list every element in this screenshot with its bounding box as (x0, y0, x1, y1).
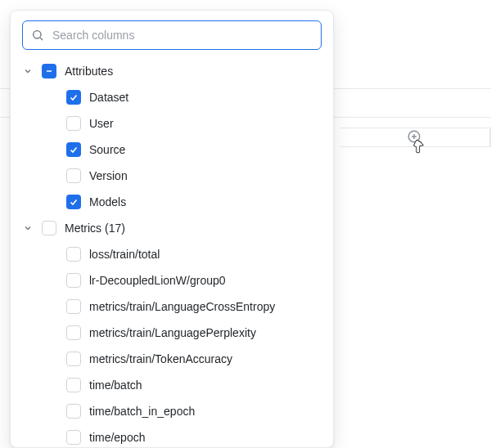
item-metric[interactable]: time/batch (42, 372, 322, 398)
item-label: loss/train/total (89, 248, 160, 261)
item-label: metrics/train/LanguagePerplexity (89, 326, 256, 339)
chevron-down-icon (22, 222, 34, 234)
group-attributes[interactable]: Attributes (22, 58, 322, 84)
add-column-button[interactable] (407, 129, 421, 144)
item-label: metrics/train/TokenAccuracy (89, 352, 232, 365)
group-label: Attributes (65, 65, 113, 78)
item-label: lr-DecoupledLionW/group0 (89, 274, 226, 287)
checkbox-unchecked[interactable] (42, 221, 56, 235)
item-metric[interactable]: time/batch_in_epoch (42, 398, 322, 424)
checkbox-unchecked[interactable] (66, 430, 81, 445)
checkbox-unchecked[interactable] (66, 404, 81, 419)
item-label: time/batch_in_epoch (89, 405, 195, 418)
item-version[interactable]: Version (42, 163, 322, 189)
item-metric[interactable]: metrics/train/LanguagePerplexity (42, 320, 322, 346)
group-label: Metrics (17) (65, 222, 125, 235)
attributes-items: Dataset User Source Version Models (42, 84, 322, 215)
column-tree: Attributes Dataset User Source Ve (22, 58, 322, 448)
item-models[interactable]: Models (42, 189, 322, 215)
item-user[interactable]: User (42, 110, 322, 137)
chevron-down-icon (22, 65, 34, 77)
item-label: Source (89, 143, 125, 156)
item-metric[interactable]: lr-DecoupledLionW/group0 (42, 267, 322, 293)
search-columns-field[interactable] (22, 20, 322, 50)
group-metrics[interactable]: Metrics (17) (22, 215, 322, 241)
item-metric[interactable]: time/epoch (42, 424, 322, 448)
checkbox-unchecked[interactable] (66, 116, 81, 131)
item-metric[interactable]: loss/train/total (42, 241, 322, 267)
column-picker-popover: Attributes Dataset User Source Ve (10, 10, 334, 448)
item-label: time/batch (89, 379, 142, 392)
checkbox-indeterminate[interactable] (42, 64, 56, 78)
checkbox-checked[interactable] (66, 195, 81, 209)
svg-line-4 (40, 38, 43, 40)
item-label: Models (89, 195, 126, 208)
checkbox-unchecked[interactable] (66, 273, 81, 288)
item-label: Dataset (89, 91, 128, 104)
search-icon (31, 29, 44, 42)
checkbox-checked[interactable] (66, 142, 81, 157)
checkbox-unchecked[interactable] (66, 352, 81, 366)
checkbox-unchecked[interactable] (66, 168, 81, 183)
checkbox-unchecked[interactable] (66, 325, 81, 340)
item-dataset[interactable]: Dataset (42, 84, 322, 110)
item-metric[interactable]: metrics/train/LanguageCrossEntropy (42, 293, 322, 320)
checkbox-unchecked[interactable] (66, 378, 81, 392)
search-input[interactable] (51, 28, 313, 43)
checkbox-checked[interactable] (66, 90, 81, 105)
svg-point-3 (34, 31, 41, 38)
item-metric[interactable]: metrics/train/TokenAccuracy (42, 346, 322, 372)
checkbox-unchecked[interactable] (66, 299, 81, 314)
item-source[interactable]: Source (42, 137, 322, 163)
metrics-items: loss/train/total lr-DecoupledLionW/group… (42, 241, 322, 448)
item-label: Version (89, 169, 128, 182)
item-label: metrics/train/LanguageCrossEntropy (89, 300, 275, 313)
item-label: time/epoch (89, 431, 145, 444)
checkbox-unchecked[interactable] (66, 247, 81, 262)
item-label: User (89, 117, 114, 130)
